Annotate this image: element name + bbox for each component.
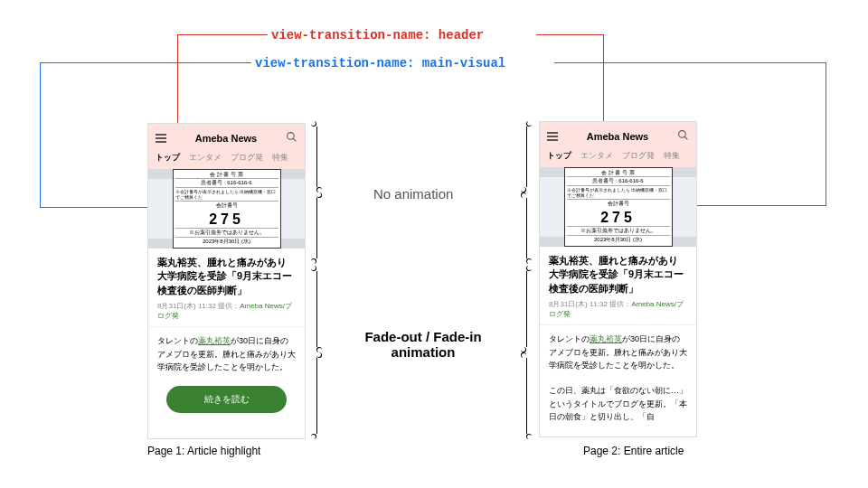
article-continued: この日、薬丸は「食欲のない朝に…」というタイトルでブログを更新。「本日の朝食」と…: [540, 379, 696, 423]
tab[interactable]: エンタメ: [189, 153, 222, 164]
main-visual: 会 計 番 号 票 患者番号 : 616-616-6 ※会計番号が表示されました…: [148, 169, 305, 249]
red-line: [177, 34, 178, 129]
phone-header: Ameba News トップ エンタメ ブログ発 特集: [540, 122, 696, 167]
article-title: 薬丸裕英、腫れと痛みがあり大学病院を受診「9月末エコー検査後の医師判断」: [540, 247, 696, 299]
blue-line: [826, 62, 826, 205]
svg-point-2: [679, 131, 686, 138]
blue-line: [40, 62, 41, 207]
tab[interactable]: ブログ発: [622, 151, 655, 162]
article-body: タレントの薬丸裕英が30日に自身のアメブロを更新。腫れと痛みがあり大学病院を受診…: [540, 324, 696, 379]
ticket-image: 会 計 番 号 票 患者番号 : 616-616-6 ※会計番号が表示されました…: [173, 169, 281, 249]
svg-line-1: [293, 138, 296, 141]
tab[interactable]: ブログ発: [231, 153, 263, 164]
article-body: タレントの薬丸裕英が30日に自身のアメブロを更新。腫れと痛みがあり大学病院を受診…: [148, 326, 305, 380]
article-title: 薬丸裕英、腫れと痛みがあり大学病院を受診「9月末エコー検査後の医師判断」: [148, 249, 305, 301]
svg-line-3: [684, 136, 687, 139]
tab[interactable]: エンタメ: [580, 151, 613, 162]
tab[interactable]: 特集: [664, 151, 680, 162]
phone-page1: Ameba News トップ エンタメ ブログ発 特集 会 計 番 号 票 患者…: [147, 123, 306, 439]
red-line: [177, 34, 268, 35]
phone-page2: Ameba News トップ エンタメ ブログ発 特集 会 計 番 号 票 患者…: [539, 121, 697, 437]
blue-line: [40, 62, 251, 63]
tab[interactable]: トップ: [547, 151, 571, 162]
phone-header: Ameba News トップ エンタメ ブログ発 特集: [148, 124, 305, 169]
annotation-fade-animation: Fade-out / Fade-in animation: [351, 329, 495, 360]
caption-page2: Page 2: Entire article: [583, 445, 684, 457]
site-logo[interactable]: Ameba News: [587, 131, 648, 142]
ticket-image: 会 計 番 号 票 患者番号 : 616-616-6 ※会計番号が表示されました…: [564, 167, 673, 247]
caption-page1: Page 1: Article highlight: [147, 445, 260, 457]
search-icon[interactable]: [286, 131, 297, 145]
svg-point-0: [288, 133, 295, 140]
article-meta: 8月31日(木) 11:32 提供：Ameba News/ブログ発: [540, 299, 696, 324]
site-logo[interactable]: Ameba News: [195, 133, 257, 144]
main-visual: 会 計 番 号 票 患者番号 : 616-616-6 ※会計番号が表示されました…: [540, 167, 696, 247]
annotation-no-animation: No animation: [373, 186, 453, 202]
nav-tabs[interactable]: トップ エンタメ ブログ発 特集: [148, 149, 305, 169]
article-meta: 8月31日(木) 11:32 提供：Ameba News/ブログ発: [148, 301, 305, 326]
red-line: [536, 34, 603, 35]
inline-link[interactable]: 薬丸裕英: [590, 334, 622, 343]
blue-line: [40, 207, 147, 208]
tab[interactable]: 特集: [272, 153, 288, 164]
read-more-button[interactable]: 続きを読む: [166, 386, 287, 413]
hamburger-icon[interactable]: [156, 134, 166, 143]
hamburger-icon[interactable]: [547, 132, 558, 141]
red-line: [603, 34, 604, 127]
inline-link[interactable]: 薬丸裕英: [198, 336, 231, 345]
label-vt-main-visual: view-transition-name: main-visual: [255, 56, 505, 70]
search-icon[interactable]: [677, 129, 689, 144]
blue-line: [697, 205, 826, 206]
tab[interactable]: トップ: [156, 153, 180, 164]
nav-tabs[interactable]: トップ エンタメ ブログ発 特集: [540, 147, 696, 167]
label-vt-header: view-transition-name: header: [271, 28, 484, 42]
blue-line: [554, 62, 826, 63]
